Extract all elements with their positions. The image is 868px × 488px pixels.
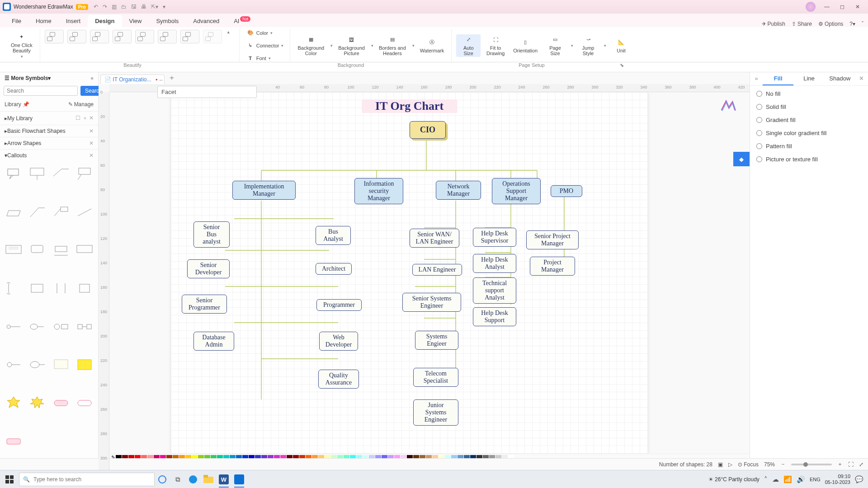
page-size-button[interactable]: ▭Page Size [543,34,567,57]
close-tab-icon[interactable]: – [160,77,163,83]
node-pm[interactable]: Project Manager [530,257,575,276]
callout-shape[interactable] [75,394,94,411]
callout-shape[interactable] [5,394,23,411]
manage-button[interactable]: ✎ Manage [68,101,94,108]
save-icon[interactable]: 🖫 [131,4,137,10]
callout-shape[interactable] [5,357,23,373]
node-dba[interactable]: Database Admin [193,332,234,351]
node-senior-wan-lan[interactable]: Senior WAN/ LAN Engineer [410,229,459,248]
taskbar-taskview-icon[interactable]: ⧉ [170,470,185,488]
node-cio[interactable]: CIO [410,121,446,139]
fill-option-no-fill[interactable]: No fill [756,90,862,97]
node-web-dev[interactable]: Web Developer [319,332,358,351]
document-tab[interactable]: 📄 IT Organizatio...•– [100,75,165,84]
callout-shape[interactable] [28,319,46,335]
minimize-button[interactable]: — [819,4,835,10]
close-panel-icon[interactable]: ✕ [855,72,868,85]
hamburger-icon[interactable]: ☰ [5,75,9,81]
node-pmo[interactable]: PMO [551,185,582,197]
theme-name-input[interactable] [157,86,257,98]
callout-shape[interactable] [28,166,46,182]
callout-shape[interactable] [75,242,94,258]
node-senior-pm[interactable]: Senior Project Manager [526,230,579,249]
gallery-scroll-up-icon[interactable]: ▲ [226,30,231,43]
unit-button[interactable]: 📐Unit [609,37,633,54]
play-icon[interactable]: ▷ [728,461,732,468]
node-tech-support-analyst[interactable]: Technical support Analyst [473,277,516,304]
node-bus-analyst[interactable]: Bus Analyst [316,226,351,245]
callout-shape[interactable] [52,166,70,182]
undo-icon[interactable]: ↶ [94,4,98,10]
node-helpdesk-analyst[interactable]: Help Desk Analyst [473,254,516,273]
taskbar-edrawmax-icon[interactable] [231,470,247,488]
node-impl-mgr[interactable]: Implementation Manager [232,181,296,200]
callout-shape[interactable] [52,242,70,258]
dropdown-icon[interactable]: ▾ [571,43,573,48]
format-tool-button[interactable]: ◆ [733,152,750,166]
cat-my-library[interactable]: ▸ My Library☐ ＋ ✕ [0,111,98,125]
node-ops-mgr[interactable]: Operations Support Manager [492,178,541,204]
background-picture-button[interactable]: 🖼Background Picture [335,34,368,57]
callout-shape[interactable] [5,319,23,335]
fill-option-gradient[interactable]: Gradient fill [756,117,862,123]
menu-design[interactable]: Design [88,15,122,27]
theme-chip[interactable] [158,30,177,43]
callout-shape[interactable] [52,280,70,296]
theme-chip[interactable] [113,30,132,43]
taskbar-explorer-icon[interactable] [201,470,216,488]
callout-shape[interactable] [5,204,23,220]
one-click-beautify-button[interactable]: ✦ One Click Beautify▾ [8,32,35,60]
taskbar-edge-icon[interactable] [185,470,201,488]
symbol-search-input[interactable] [4,86,78,96]
node-senior-prog[interactable]: Senior Programmer [182,295,227,314]
node-telecom[interactable]: Telecom Specialist [413,368,458,387]
close-button[interactable]: ✕ [850,4,865,10]
share-button[interactable]: ⇪ Share [792,21,812,27]
weather-widget[interactable]: ☀ 26°C Partly cloudy [708,476,760,483]
callout-shape[interactable] [75,319,94,335]
callout-shape[interactable] [52,394,70,411]
publish-button[interactable]: ✈ Publish [762,21,785,27]
node-architect[interactable]: Architect [316,263,352,275]
callout-shape[interactable] [52,319,70,335]
node-helpdesk-support[interactable]: Help Desk Support [473,307,516,326]
taskbar-word-icon[interactable]: W [216,470,231,488]
tray-notifications-icon[interactable]: 💬 [855,475,863,483]
cat-arrow-shapes[interactable]: ▸ Arrow Shapes✕ [0,137,98,149]
help-icon[interactable]: ?▾ [849,21,855,27]
theme-font-button[interactable]: TFont▾ [244,53,286,64]
node-helpdesk-sup[interactable]: Help Desk Supervisor [473,228,516,247]
theme-chip[interactable] [135,30,154,43]
options-button[interactable]: ⚙ Options [818,21,843,27]
node-senior-sys-eng[interactable]: Senior Systems Engineer [402,293,461,312]
callout-shape[interactable] [52,204,70,220]
user-avatar[interactable] [806,2,816,12]
drawing-page[interactable]: IT Org Chart CIO Implementation Manager … [171,92,648,454]
taskbar-cortana-icon[interactable] [155,470,170,488]
callout-shape[interactable] [5,166,23,182]
print-icon[interactable]: 🖶 [141,4,146,10]
tray-wifi-icon[interactable]: 📶 [783,475,792,483]
zoom-slider[interactable] [791,464,832,465]
node-sys-eng[interactable]: Systems Engieer [415,331,458,350]
theme-chip[interactable] [203,30,222,43]
tab-line[interactable]: Line [793,72,824,85]
export-icon[interactable]: ⇱▾ [151,4,158,10]
menu-advanced[interactable]: Advanced [186,15,226,27]
callout-shape[interactable] [5,433,23,449]
library-button[interactable]: Library 📌 [5,101,29,108]
node-junior-sys-eng[interactable]: Junior Systems Engineer [413,399,458,426]
zoom-out-button[interactable]: － [780,460,786,468]
open-icon[interactable]: 🗀 [121,4,127,10]
fullscreen-icon[interactable]: ⤢ [859,461,863,468]
dropdown-icon[interactable]: ▾ [330,43,333,48]
callout-shape[interactable] [28,242,46,258]
menu-insert[interactable]: Insert [59,15,88,27]
theme-color-button[interactable]: 🎨Color▾ [244,28,286,38]
theme-chip[interactable] [90,30,109,43]
watermark-button[interactable]: ⒶWatermark [417,37,447,54]
theme-chip[interactable] [180,30,199,43]
fill-option-solid[interactable]: Solid fill [756,103,862,110]
collapse-ribbon-icon[interactable]: ˆ [862,21,863,27]
tray-chevron-icon[interactable]: ˄ [764,475,768,483]
